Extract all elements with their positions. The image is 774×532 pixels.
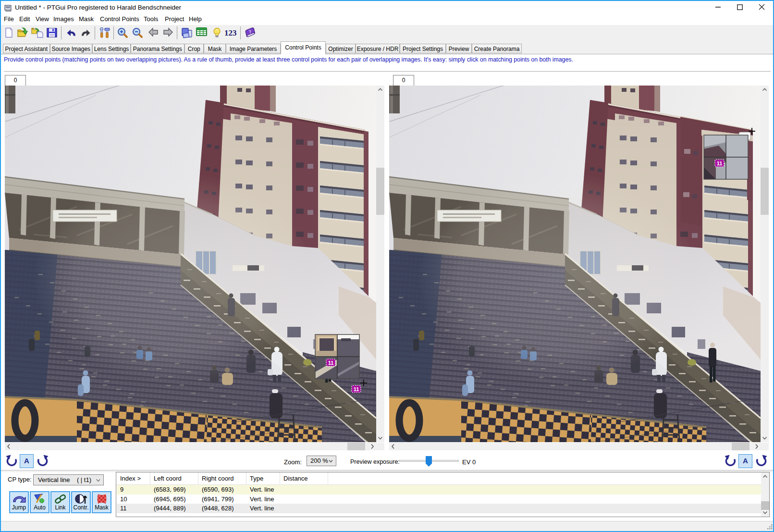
svg-text:11: 11 xyxy=(328,360,334,366)
svg-text:11: 11 xyxy=(354,386,359,392)
svg-text:11: 11 xyxy=(717,161,723,166)
